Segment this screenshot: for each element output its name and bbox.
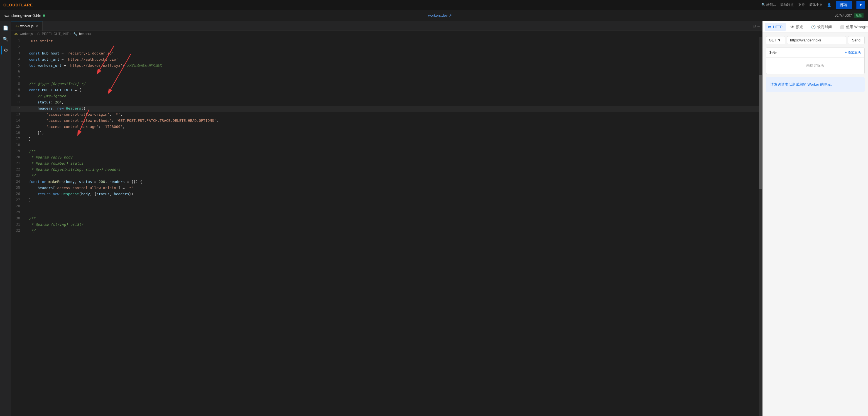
code-line: 10 // @ts-ignore xyxy=(11,94,759,100)
sidebar-icon-active[interactable]: ⚙ xyxy=(1,45,10,55)
code-line: 23 */ xyxy=(11,173,759,179)
code-line: 21 * @param {number} status xyxy=(11,161,759,167)
scroll-indicator[interactable] xyxy=(759,37,762,416)
wrangler-tab-icon: ⬜ xyxy=(840,25,844,29)
worker-name-text: wandering-river-0d4e xyxy=(4,13,41,18)
bookmarks-nav[interactable]: 添加路点 xyxy=(780,2,794,7)
code-line: 31 * @param {string} urlStr xyxy=(11,222,759,228)
code-line: 29 xyxy=(11,210,759,216)
http-content: GET ▼ Send 标头 + 添加标头 未指定标头 请发送请求以测试您的 Wo… xyxy=(763,33,868,416)
language-nav[interactable]: 简体中文 xyxy=(809,2,823,7)
tab-wrangler[interactable]: ⬜ 使用 Wrangler CLI 开发 xyxy=(836,23,868,31)
code-line: 28 xyxy=(11,204,759,210)
code-line-active: 12 headers: new Headers({ xyxy=(11,106,759,112)
search-icon[interactable]: 🔍 转到... xyxy=(762,2,776,7)
code-line: 7 xyxy=(11,75,759,81)
split-editor-icon[interactable]: ⊟ xyxy=(753,24,756,28)
code-line: 22 * @param {Object<string, string>} hea… xyxy=(11,167,759,173)
tab-http[interactable]: ⇄ HTTP xyxy=(765,23,786,31)
code-line: 9 const PREFLIGHT_INIT = { xyxy=(11,87,759,94)
breadcrumb-icon-1: ⬡ xyxy=(37,32,40,36)
tab-schedule-label: 设定时间 xyxy=(817,25,832,30)
breadcrumb-sep-2: › xyxy=(70,32,71,36)
code-line: 26 return new Response(body, {status, he… xyxy=(11,191,759,198)
code-line: 30 /** xyxy=(11,216,759,222)
breadcrumb-headers: headers xyxy=(79,32,91,36)
support-nav[interactable]: 支持 xyxy=(798,2,805,7)
worker-status-dot xyxy=(43,14,45,17)
breadcrumb-js-icon: JS xyxy=(14,32,18,36)
breadcrumb: JS worker.js › ⬡ PREFLIGHT_INIT › 🔧 head… xyxy=(11,31,762,37)
editor-area: JS worker.js × ⊟ ··· JS worker.js › ⬡ PR… xyxy=(11,21,762,416)
version-badge: 最新 xyxy=(854,13,864,18)
tab-http-label: HTTP xyxy=(773,25,782,29)
code-line: 24 function makeRes(body, status = 200, … xyxy=(11,179,759,185)
schedule-tab-icon: 🕐 xyxy=(811,25,816,29)
headers-title: 标头 xyxy=(770,50,777,55)
tab-wrangler-label: 使用 Wrangler CLI 开发 xyxy=(846,25,868,30)
workers-dev-link[interactable]: workers.dev ↗ xyxy=(428,13,452,18)
sidebar-icon-search[interactable]: 🔍 xyxy=(1,34,10,43)
code-line: 20 * @param {any} body xyxy=(11,154,759,161)
version-text: v0.7c4c007 xyxy=(835,13,852,18)
code-line: 2 xyxy=(11,44,759,50)
breadcrumb-fn-icon: 🔧 xyxy=(73,32,78,36)
preview-tab-icon: 👁 xyxy=(790,25,794,29)
sidebar: 📄 🔍 ⚙ xyxy=(0,21,11,416)
headers-section: 标头 + 添加标头 未指定标头 xyxy=(766,47,865,74)
code-line: 1 'use strict' xyxy=(11,38,759,44)
tab-bar: JS worker.js × ⊟ ··· xyxy=(11,21,762,31)
method-select[interactable]: GET ▼ xyxy=(766,36,785,44)
code-line: 5 let workers_url = 'https://docker.nxfl… xyxy=(11,63,759,69)
code-line: 25 headers['access-control-allow-origin'… xyxy=(11,185,759,191)
method-label: GET xyxy=(769,38,776,42)
method-arrow-icon: ▼ xyxy=(777,38,781,42)
main-layout: 📄 🔍 ⚙ JS worker.js × ⊟ ··· JS worker.js … xyxy=(0,21,868,416)
tab-close-button[interactable]: × xyxy=(35,24,38,28)
external-link-icon: ↗ xyxy=(449,13,452,18)
url-row: GET ▼ Send xyxy=(766,36,865,44)
editor-with-scroll: 1 'use strict' 2 3 const hub_host = 'reg… xyxy=(11,37,762,416)
deploy-arrow-button[interactable]: ▼ xyxy=(856,1,865,9)
tab-preview[interactable]: 👁 预览 xyxy=(787,23,806,31)
no-headers-label: 未指定标头 xyxy=(766,58,864,74)
tab-label: worker.js xyxy=(20,24,33,28)
breadcrumb-file: worker.js xyxy=(20,32,33,36)
right-panel-tabs: ⇄ HTTP 👁 预览 🕐 设定时间 ⬜ 使用 Wrangler CLI 开发 … xyxy=(763,21,868,33)
breadcrumb-init: PREFLIGHT_INIT xyxy=(42,32,69,36)
sidebar-icon-files[interactable]: 📄 xyxy=(1,23,10,32)
right-panel: ⇄ HTTP 👁 预览 🕐 设定时间 ⬜ 使用 Wrangler CLI 开发 … xyxy=(762,21,868,416)
url-input[interactable] xyxy=(787,36,846,44)
http-tab-icon: ⇄ xyxy=(768,25,771,29)
code-line: 19 /** xyxy=(11,148,759,154)
tab-actions[interactable]: ⊟ ··· xyxy=(750,21,762,31)
deploy-button[interactable]: 部署 xyxy=(836,1,852,9)
code-line: 18 xyxy=(11,142,759,148)
code-line: 14 'access-control-allow-methods': 'GET,… xyxy=(11,118,759,124)
topbar: CLOUDFLARE 🔍 转到... 添加路点 支持 简体中文 👤 部署 ▼ xyxy=(0,0,868,10)
topbar-left: CLOUDFLARE xyxy=(3,3,33,7)
code-editor[interactable]: 1 'use strict' 2 3 const hub_host = 'reg… xyxy=(11,37,759,416)
tab-schedule[interactable]: 🕐 设定时间 xyxy=(808,23,835,31)
code-line: 4 const auth_url = 'https://auth.docker.… xyxy=(11,57,759,63)
user-nav[interactable]: 👤 xyxy=(827,3,831,7)
editor-tab-workerjs[interactable]: JS worker.js × xyxy=(11,21,42,31)
code-line: 8 /** @type {RequestInit} */ xyxy=(11,81,759,87)
send-button[interactable]: Send xyxy=(848,36,865,44)
cloudflare-logo: CLOUDFLARE xyxy=(3,3,33,7)
add-header-button[interactable]: + 添加标头 xyxy=(845,50,861,55)
code-line: 27 } xyxy=(11,198,759,204)
response-hint: 请发送请求以测试您的 Worker 的响应。 xyxy=(766,77,865,92)
more-actions-icon[interactable]: ··· xyxy=(757,24,760,28)
topbar-right: 🔍 转到... 添加路点 支持 简体中文 👤 部署 ▼ xyxy=(762,1,865,9)
worker-name-section: wandering-river-0d4e xyxy=(4,13,45,18)
headers-title-row: 标头 + 添加标头 xyxy=(766,48,864,58)
code-line: 11 status: 204, xyxy=(11,100,759,106)
code-line: 16 }), xyxy=(11,130,759,136)
code-line: 32 */ xyxy=(11,228,759,234)
code-line: 3 const hub_host = 'registry-1.docker.io… xyxy=(11,50,759,57)
scroll-thumb xyxy=(759,75,762,189)
code-line: 17 } xyxy=(11,136,759,142)
code-line: 6 xyxy=(11,69,759,75)
tab-js-icon: JS xyxy=(15,25,19,28)
